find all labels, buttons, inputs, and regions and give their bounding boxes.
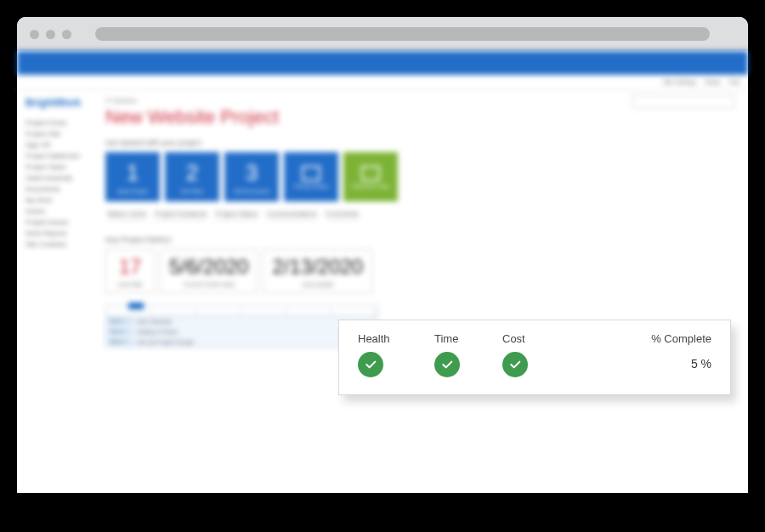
gantt-row[interactable]: Task 2Initiation Phase bbox=[106, 326, 377, 337]
checkmark-icon bbox=[364, 358, 377, 371]
status-callout-panel: Health Time Cost % Complete 5 % bbox=[338, 320, 731, 395]
percent-complete-label: % Complete bbox=[651, 332, 711, 345]
url-bar[interactable] bbox=[95, 27, 710, 41]
tile-label: Setup Project bbox=[116, 189, 150, 194]
browser-chrome bbox=[17, 17, 748, 51]
tile-label: Training Videos bbox=[292, 184, 330, 189]
toolbar-item[interactable]: Site Settings bbox=[663, 79, 696, 85]
tile-step-1[interactable]: 1 Setup Project bbox=[105, 152, 160, 201]
metric-value: 2/13/2020 bbox=[272, 255, 363, 279]
metric-finish-date: 5/6/2020 Current Finish Date bbox=[160, 249, 258, 293]
tab[interactable]: Communications bbox=[266, 210, 317, 220]
tile-number: 1 bbox=[127, 160, 139, 186]
window-close-icon[interactable] bbox=[30, 30, 39, 39]
metric-label: Current Finish Date bbox=[169, 281, 248, 287]
page-content-blurred: Site Settings Share Edit BrightWork Proj… bbox=[17, 51, 748, 354]
checkmark-icon bbox=[508, 358, 522, 371]
health-label: Health bbox=[358, 332, 390, 345]
metric-last-update: 2/13/2020 Last Update bbox=[263, 249, 372, 293]
tile-number: 3 bbox=[246, 160, 258, 186]
nav-item[interactable]: Project Tasks bbox=[26, 161, 88, 173]
metric-days: 17 Last Date bbox=[105, 249, 155, 293]
key-metrics: 17 Last Date 5/6/2020 Current Finish Dat… bbox=[105, 249, 736, 293]
tile-step-2[interactable]: 2 Add Team bbox=[165, 152, 219, 201]
setup-tiles: 1 Setup Project 2 Add Team 3 Add Documen… bbox=[105, 152, 736, 201]
top-toolbar: Site Settings Share Edit bbox=[17, 75, 748, 90]
nav-item[interactable]: Documents bbox=[26, 184, 88, 195]
tab[interactable]: Project Guidance bbox=[155, 210, 207, 220]
metric-value: 17 bbox=[115, 255, 145, 279]
main-area: IT Division New Website Project Get star… bbox=[94, 90, 748, 354]
tab[interactable]: Project Status bbox=[216, 210, 258, 220]
nav-item[interactable]: Project Home bbox=[26, 117, 88, 128]
health-status-icon bbox=[358, 352, 383, 377]
cost-label: Cost bbox=[502, 332, 525, 345]
time-label: Time bbox=[434, 332, 458, 345]
tile-label: Add Team bbox=[179, 189, 206, 194]
tab[interactable]: Status Cards bbox=[107, 210, 146, 220]
metric-label: Last Update bbox=[272, 281, 363, 287]
display-icon bbox=[361, 166, 380, 181]
browser-window: Site Settings Share Edit BrightWork Proj… bbox=[17, 17, 748, 493]
nav-item[interactable]: Gantt Schedule bbox=[26, 173, 88, 184]
tile-number: 2 bbox=[186, 160, 198, 186]
gantt-row[interactable]: Task 1New Website bbox=[106, 316, 377, 326]
gantt-header bbox=[106, 306, 377, 316]
tile-training-videos[interactable]: Training Videos bbox=[284, 152, 338, 201]
nav-item[interactable]: Site Contents bbox=[26, 239, 88, 250]
metrics-heading: Key Project Metrics bbox=[105, 235, 736, 244]
nav-item[interactable]: Project Issues bbox=[26, 217, 88, 228]
toolbar-item[interactable]: Edit bbox=[729, 79, 740, 85]
left-sidebar: BrightWork Project Home Project Site Sig… bbox=[17, 90, 94, 354]
percent-complete-value: 5 % bbox=[691, 357, 711, 371]
metric-label: Last Date bbox=[115, 281, 145, 287]
page-title: New Website Project bbox=[105, 106, 736, 128]
gantt-chart[interactable]: Task 1New Website Task 2Initiation Phase… bbox=[105, 305, 377, 348]
window-minimize-icon[interactable] bbox=[46, 30, 55, 39]
toolbar-item[interactable]: Share bbox=[705, 79, 721, 85]
nav-item[interactable]: My Work bbox=[26, 195, 88, 206]
cost-status-icon bbox=[502, 352, 528, 377]
percent-complete-column: % Complete 5 % bbox=[579, 332, 711, 371]
tile-label: BrightWork Help bbox=[350, 184, 391, 189]
nav-item[interactable]: Issues bbox=[26, 206, 88, 217]
nav-item[interactable]: Project Site bbox=[26, 128, 88, 139]
display-icon bbox=[302, 166, 320, 181]
metric-value: 5/6/2020 bbox=[169, 255, 248, 279]
tab[interactable]: Comments bbox=[326, 210, 359, 220]
search-input[interactable] bbox=[632, 95, 734, 109]
brand-logo: BrightWork bbox=[26, 97, 88, 109]
nav-item[interactable]: Project Statement bbox=[26, 150, 88, 161]
content-tabs: Status Cards Project Guidance Project St… bbox=[105, 207, 736, 224]
tile-help[interactable]: BrightWork Help bbox=[343, 152, 398, 201]
window-zoom-icon[interactable] bbox=[62, 30, 71, 39]
subtitle: Get started with your project bbox=[105, 139, 736, 147]
checkmark-icon bbox=[440, 358, 454, 371]
time-status-icon bbox=[434, 352, 460, 377]
cost-column: Cost bbox=[502, 332, 579, 377]
nav-item[interactable]: Sign Off bbox=[26, 139, 88, 150]
top-ribbon bbox=[17, 51, 748, 75]
health-column: Health bbox=[358, 332, 434, 377]
gantt-row[interactable]: Task 3Set Up Project Scope bbox=[106, 337, 377, 347]
nav-item[interactable]: Work Reports bbox=[26, 228, 88, 239]
time-column: Time bbox=[434, 332, 502, 377]
tile-label: Add Documents bbox=[232, 189, 272, 194]
tile-step-3[interactable]: 3 Add Documents bbox=[224, 152, 279, 201]
